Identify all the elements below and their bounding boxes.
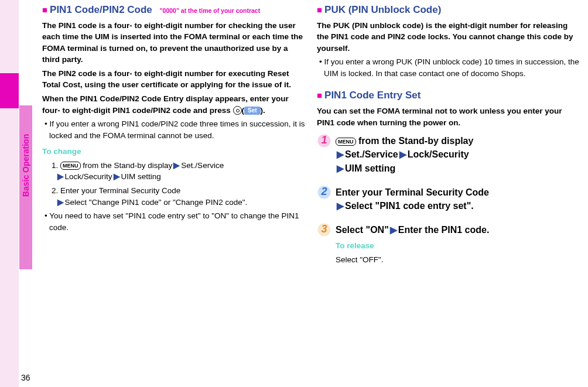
puk-title-text: PUK (PIN Unblock Code) [324, 4, 441, 15]
pin-code-title-text: PIN1 Code/PIN2 Code [50, 4, 152, 15]
puk-description: The PUK (PIN unblock code) is the eight-… [317, 20, 581, 54]
entry-set-description: You can set the FOMA terminal not to wor… [317, 105, 581, 128]
square-icon: ■ [317, 5, 322, 15]
step-2-enter-code: Enter your Terminal Security Code [336, 187, 489, 197]
square-icon: ■ [42, 5, 47, 15]
pink-side-strip [0, 0, 19, 387]
change-step-1-text: from the Stand-by display [81, 161, 173, 170]
step-1-text: MENU from the Stand-by display ▶Set./Ser… [336, 134, 581, 175]
left-column: ■PIN1 Code/PIN2 Code "0000" at the time … [42, 3, 306, 268]
arrow-icon: ▶ [114, 172, 120, 181]
pin2-description: The PIN2 code is a four- to eight-digit … [42, 68, 306, 91]
step-number-2: 2 [317, 185, 331, 200]
step-2: 2 Enter your Terminal Security Code ▶Sel… [317, 186, 581, 213]
step-3-select-on: Select "ON" [336, 225, 389, 235]
path-set-service: Set./Service [181, 161, 224, 170]
step-1: 1 MENU from the Stand-by display ▶Set./S… [317, 134, 581, 175]
side-tab-label: Basic Operation [20, 184, 32, 197]
arrow-icon: ▶ [337, 201, 344, 211]
path-lock-security: Lock/Security [65, 172, 112, 181]
pin1-description: The PIN1 code is a four- to eight-digit … [42, 20, 306, 66]
change-step-2-select: Select "Change PIN1 code" or "Change PIN… [65, 198, 248, 207]
pin1-on-note: • You need to have set "PIN1 code entry … [42, 210, 306, 233]
change-step-1: 1. MENU from the Stand-by display▶Set./S… [52, 160, 306, 183]
step-1-from: from the Stand-by display [356, 136, 474, 146]
arrow-icon: ▶ [337, 163, 344, 173]
step-3: 3 Select "ON"▶Enter the PIN1 code. To re… [317, 223, 581, 265]
step-2-text: Enter your Terminal Security Code ▶Selec… [336, 186, 581, 213]
step-1-set-service: Set./Service [345, 149, 398, 159]
arrow-icon: ▶ [390, 225, 397, 235]
arrow-icon: ▶ [173, 161, 180, 170]
arrow-icon: ▶ [57, 172, 64, 181]
wrong-pin-note: • If you enter a wrong PIN1 code/PIN2 co… [42, 118, 306, 141]
pin-code-title: ■PIN1 Code/PIN2 Code "0000" at the time … [42, 3, 306, 18]
magenta-side-block [0, 73, 19, 108]
change-step-1-num: 1. [52, 161, 58, 170]
change-step-2: 2. Enter your Terminal Security Code ▶Se… [52, 185, 306, 208]
step-number-1: 1 [317, 133, 331, 148]
entry-set-title: ■PIN1 Code Entry Set [317, 88, 581, 103]
step-3-enter-pin: Enter the PIN1 code. [398, 225, 490, 235]
step-1-lock-security: Lock/Security [408, 149, 469, 159]
center-key-icon [233, 106, 242, 115]
pin-entry-text-c: ). [261, 106, 265, 115]
menu-key-icon: MENU [60, 162, 81, 170]
right-column: ■PUK (PIN Unblock Code) The PUK (PIN unb… [317, 3, 581, 268]
step-2-select: Select "PIN1 code entry set". [345, 201, 474, 211]
set-badge: Set [244, 107, 261, 115]
puk-title: ■PUK (PIN Unblock Code) [317, 3, 581, 18]
puk-bullet: • If you enter a wrong PUK (PIN unblock … [317, 56, 581, 79]
change-step-2-text: 2. Enter your Terminal Security Code [52, 186, 180, 195]
contract-note: "0000" at the time of your contract [160, 7, 261, 14]
arrow-icon: ▶ [399, 149, 406, 159]
arrow-icon: ▶ [337, 149, 344, 159]
arrow-icon: ▶ [57, 198, 64, 207]
path-uim-setting: UIM setting [121, 172, 161, 181]
square-icon: ■ [317, 90, 322, 100]
to-release-heading: To release [336, 240, 581, 252]
step-number-3: 3 [317, 222, 331, 237]
step-1-uim: UIM setting [345, 163, 395, 173]
menu-key-icon: MENU [336, 138, 356, 146]
page-number: 36 [21, 372, 30, 383]
entry-set-title-text: PIN1 Code Entry Set [324, 90, 421, 101]
to-change-heading: To change [42, 146, 306, 157]
pin-entry-instruction: When the PIN1 Code/PIN2 Code Entry displ… [42, 93, 306, 116]
step-3-text: Select "ON"▶Enter the PIN1 code. [336, 223, 581, 237]
change-steps: 1. MENU from the Stand-by display▶Set./S… [42, 160, 306, 208]
release-text: Select "OFF". [336, 254, 581, 266]
